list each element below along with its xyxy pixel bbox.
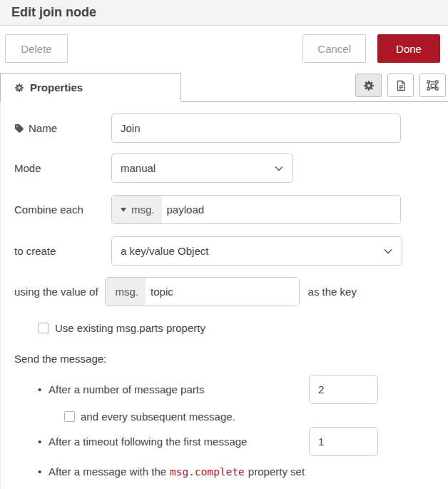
send-message-heading: Send the message: <box>14 353 434 365</box>
tab-icon-buttons <box>355 73 448 101</box>
tag-icon <box>14 123 24 133</box>
bullet-marker <box>38 435 49 448</box>
combine-property-input[interactable] <box>162 196 400 223</box>
mode-select-wrap: manual <box>111 153 293 183</box>
combine-typed-input: msg. <box>111 195 401 224</box>
dialog-header: Edit join node <box>0 0 448 26</box>
key-label: using the value of <box>14 286 98 298</box>
count-input[interactable] <box>309 375 378 404</box>
key-row: using the value of msg. as the key <box>14 277 434 306</box>
key-property-input[interactable] <box>146 278 298 306</box>
subsequent-row: and every subsequent message. <box>64 410 434 423</box>
subsequent-checkbox[interactable] <box>64 411 75 422</box>
appearance-tab-button[interactable] <box>419 74 446 97</box>
tab-properties[interactable]: Properties <box>0 73 181 102</box>
to-create-select-wrap: a key/value Object <box>111 236 402 266</box>
mode-label: Mode <box>14 162 111 174</box>
delete-button[interactable]: Delete <box>5 34 68 63</box>
file-lines-icon <box>395 80 407 91</box>
name-label: Name <box>14 122 111 134</box>
complete-label-group: After a message with the msg.complete pr… <box>38 465 305 478</box>
timeout-input[interactable] <box>309 427 378 456</box>
use-parts-checkbox[interactable] <box>38 323 49 333</box>
bullet-marker <box>38 465 49 478</box>
count-label: After a number of message parts <box>49 383 204 395</box>
timeout-label-group: After a timeout following the first mess… <box>38 435 247 448</box>
combine-each-label: Combine each <box>14 203 111 216</box>
count-row: After a number of message parts <box>38 375 378 404</box>
edit-join-node-dialog: Edit join node Delete Cancel Done Proper… <box>0 0 448 489</box>
name-row: Name <box>14 114 434 143</box>
gear-icon <box>14 83 24 93</box>
mode-select[interactable]: manual <box>111 153 293 183</box>
tab-properties-label: Properties <box>30 81 83 94</box>
caret-down-icon <box>121 208 126 212</box>
dialog-actions: Cancel Done <box>302 34 440 63</box>
dialog-button-bar: Delete Cancel Done <box>0 26 448 71</box>
to-create-select[interactable]: a key/value Object <box>111 236 402 266</box>
property-type-button[interactable]: msg. <box>112 196 162 223</box>
gear-icon <box>363 80 375 91</box>
tab-bar: Properties <box>0 71 448 102</box>
to-create-row: to create a key/value Object <box>14 236 434 266</box>
mode-row: Mode manual <box>14 153 434 183</box>
key-typed-input: msg. <box>105 277 300 306</box>
description-tab-button[interactable] <box>387 74 414 97</box>
cancel-button[interactable]: Cancel <box>302 34 366 63</box>
bullet-marker <box>38 383 49 395</box>
key-suffix-label: as the key <box>308 286 357 298</box>
count-label-group: After a number of message parts <box>38 383 204 395</box>
timeout-row: After a timeout following the first mess… <box>38 427 378 456</box>
subsequent-label: and every subsequent message. <box>81 410 235 423</box>
complete-row: After a message with the msg.complete pr… <box>38 465 378 478</box>
property-type-label: msg. <box>131 203 155 216</box>
use-parts-row: Use existing msg.parts property <box>38 322 434 334</box>
complete-label-post: property set <box>248 465 305 478</box>
properties-tab-button[interactable] <box>355 74 382 97</box>
dialog-title: Edit join node <box>11 5 96 20</box>
timeout-label: After a timeout following the first mess… <box>49 435 247 448</box>
use-parts-label: Use existing msg.parts property <box>55 322 205 334</box>
properties-form: Name Mode manual Combine each <box>0 102 448 489</box>
complete-label-pre: After a message with the <box>49 465 166 478</box>
name-input[interactable] <box>111 114 401 143</box>
to-create-label: to create <box>14 245 111 257</box>
combine-each-row: Combine each msg. <box>14 195 434 224</box>
done-button[interactable]: Done <box>377 34 440 63</box>
object-group-icon <box>427 79 439 91</box>
msg-complete-code: msg.complete <box>170 466 245 478</box>
msg-prefix-label: msg. <box>106 278 146 306</box>
